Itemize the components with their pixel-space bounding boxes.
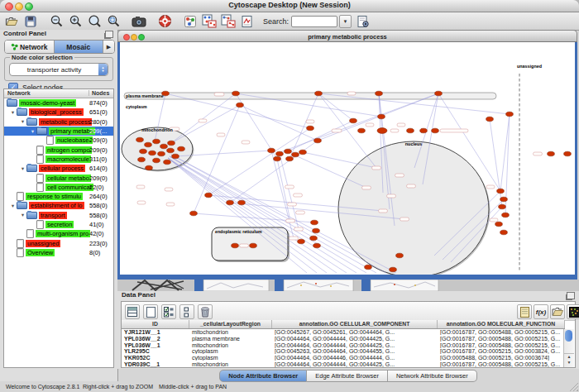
node-label bbox=[217, 133, 225, 136]
scrollbar-thumb[interactable] bbox=[565, 330, 572, 342]
table-row[interactable]: YKR052Ccytoplasm[GO:0044464, GO:0044446,… bbox=[122, 355, 565, 361]
tab-network-attribute-browser[interactable]: Network Attribute Browser bbox=[388, 370, 477, 382]
table-row[interactable]: YPL036W__2plasma membrane[GO:0044464, GO… bbox=[122, 336, 565, 342]
network-window-titlebar[interactable]: primary metabolic process bbox=[117, 30, 577, 42]
data-panel-header: Data Panel bbox=[117, 291, 579, 300]
node-color-dropdown[interactable]: transporter activity ▲▼ bbox=[9, 63, 108, 76]
search-input[interactable] bbox=[291, 16, 337, 27]
delete-attributes-icon[interactable] bbox=[198, 304, 213, 319]
tree-row[interactable]: multi-organism pro42(0) bbox=[4, 229, 113, 238]
tab-mosaic[interactable]: Mosaic bbox=[55, 41, 104, 53]
create-network-from-selection-edges-icon[interactable] bbox=[221, 14, 236, 29]
attribute-matrix-icon[interactable] bbox=[567, 304, 579, 319]
tab-network-label: Network bbox=[20, 43, 48, 51]
search-dropdown-arrow[interactable]: ▼ bbox=[339, 15, 352, 28]
network-node bbox=[350, 118, 357, 123]
tree-row[interactable]: unassigned223(0) bbox=[4, 238, 113, 247]
tree-row[interactable]: ▼cellular process614(0) bbox=[4, 164, 113, 173]
table-scrollbar[interactable]: ▲▼ bbox=[563, 329, 574, 367]
scrollbar-arrows[interactable]: ▲▼ bbox=[564, 353, 574, 367]
network-node bbox=[238, 200, 246, 205]
disclosure-triangle-icon[interactable]: ▼ bbox=[9, 110, 17, 115]
disclosure-triangle-icon[interactable]: ▼ bbox=[19, 119, 26, 124]
node-label bbox=[366, 123, 374, 127]
tab-node-attribute-browser[interactable]: Node Attribute Browser bbox=[219, 370, 307, 382]
disclosure-triangle-icon[interactable]: ▼ bbox=[19, 166, 26, 171]
tree-label: nitrogen compo bbox=[45, 146, 92, 154]
tree-row[interactable]: nucleobase-209(0) bbox=[4, 136, 113, 145]
zoom-fit-icon[interactable] bbox=[87, 14, 102, 29]
resize-grip[interactable] bbox=[569, 382, 578, 391]
tree-row[interactable]: ▼biological_process651(0) bbox=[4, 108, 113, 117]
table-row[interactable]: YLR295Ccytoplasm[GO:0045263, GO:0044464,… bbox=[122, 348, 565, 355]
minimized-window-preview[interactable] bbox=[194, 280, 269, 291]
tree-node-count: 22(0) bbox=[89, 184, 104, 191]
compartment-label: nucleus bbox=[405, 141, 422, 146]
export-image-icon[interactable] bbox=[132, 14, 146, 29]
tab-edge-attribute-browser[interactable]: Edge Attribute Browser bbox=[307, 370, 388, 382]
open-session-icon[interactable] bbox=[4, 14, 19, 29]
tree-row[interactable]: Overview8(0) bbox=[4, 248, 113, 257]
disclosure-triangle-icon[interactable]: ▼ bbox=[19, 213, 26, 218]
compartment-label: endoplasmic reticulum bbox=[215, 229, 262, 234]
network-node bbox=[499, 204, 506, 209]
tab-network[interactable]: Network bbox=[5, 41, 55, 53]
zoom-selected-region-icon[interactable] bbox=[106, 14, 121, 29]
disclosure-triangle-icon[interactable]: ▼ bbox=[9, 203, 17, 208]
network-node bbox=[420, 128, 428, 133]
compartment-label: cytoplasm bbox=[126, 104, 147, 109]
save-session-icon[interactable] bbox=[23, 14, 38, 29]
import-attributes-icon[interactable] bbox=[517, 304, 532, 319]
tree-row[interactable]: secretion41(0) bbox=[4, 220, 113, 229]
table-cell: [GO:0016787, GO:0005488, GO:0005215, G..… bbox=[438, 342, 565, 348]
table-cell: YPL036W__1 bbox=[122, 342, 189, 348]
tree-row[interactable]: ▼metabolic process280(0) bbox=[4, 117, 113, 127]
tree-row[interactable]: nitrogen compo209(0) bbox=[4, 145, 113, 154]
table-row[interactable]: YPL036W__1mitochondrion[GO:0044464, GO:0… bbox=[122, 342, 565, 348]
zoom-in-icon[interactable] bbox=[68, 14, 83, 29]
table-cell: [GO:0044464, GO:0044444, GO:0044425, G..… bbox=[272, 361, 438, 367]
tree-row[interactable]: mosaic-demo-yeast874(0) bbox=[4, 98, 113, 108]
float-data-panel-icon[interactable] bbox=[567, 292, 575, 299]
network-node bbox=[378, 114, 385, 119]
function-builder-icon[interactable]: f(x) bbox=[534, 304, 548, 319]
tree-label: primary metabo bbox=[49, 127, 95, 135]
network-canvas[interactable]: plasma membranecytoplasmmitochondrionnuc… bbox=[120, 42, 575, 275]
dropdown-stepper-icon: ▲▼ bbox=[98, 64, 108, 75]
annotation-icon[interactable] bbox=[240, 14, 255, 29]
table-column-header[interactable]: annotation.GO MOLECULAR_FUNCTION bbox=[438, 320, 565, 328]
minimized-window-preview[interactable] bbox=[361, 280, 438, 291]
create-new-attribute-icon[interactable] bbox=[143, 304, 158, 319]
help-icon[interactable] bbox=[157, 14, 172, 29]
folder-icon bbox=[36, 127, 47, 135]
select-all-attributes-icon[interactable] bbox=[161, 304, 176, 319]
table-column-header[interactable]: ID bbox=[122, 320, 189, 328]
window-title: Cytoscape Desktop (New Session) bbox=[0, 1, 579, 9]
zoom-out-icon[interactable] bbox=[49, 14, 64, 29]
table-column-header[interactable]: annotation.GO CELLULAR_COMPONENT bbox=[272, 320, 438, 328]
tree-row[interactable]: macromolecule311(0) bbox=[4, 155, 113, 164]
import-attribute-file-icon[interactable] bbox=[550, 304, 565, 319]
tree-row[interactable]: ▼primary metabo209(... bbox=[4, 127, 113, 136]
float-panel-icon[interactable] bbox=[105, 31, 113, 38]
table-row[interactable]: YJR121W__1mitochondrion[GO:0045267, GO:0… bbox=[122, 329, 565, 336]
unselect-all-attributes-icon[interactable] bbox=[179, 304, 194, 319]
tab-overflow-arrow[interactable]: ▶ bbox=[103, 41, 114, 53]
table-row[interactable]: YDR039C__1mitochondrion[GO:0044464, GO:0… bbox=[122, 361, 565, 367]
select-attributes-icon[interactable] bbox=[125, 304, 140, 319]
window-titlebar[interactable]: Cytoscape Desktop (New Session) bbox=[0, 0, 579, 12]
table-column-header[interactable]: _cellularLayoutRegion bbox=[189, 320, 272, 328]
tree-row[interactable]: cellular metabo209(0) bbox=[4, 173, 113, 182]
network-node bbox=[167, 148, 175, 153]
tree-node-count: 280(0) bbox=[89, 118, 108, 126]
tree-row[interactable]: ▼establishment of lo558(0) bbox=[4, 201, 113, 210]
disclosure-triangle-icon[interactable]: ▼ bbox=[29, 129, 36, 134]
network-node bbox=[376, 91, 383, 96]
minimized-window-preview[interactable] bbox=[275, 280, 353, 291]
tree-row[interactable]: ▼transport558(0) bbox=[4, 211, 113, 220]
tree-row[interactable]: response to stimulu264(0) bbox=[4, 192, 113, 201]
create-network-from-selection-icon[interactable] bbox=[202, 14, 217, 29]
tree-row[interactable]: cell communicat22(0) bbox=[4, 183, 113, 192]
vizmapper-icon[interactable] bbox=[183, 14, 198, 29]
advanced-search-icon[interactable] bbox=[356, 14, 371, 29]
